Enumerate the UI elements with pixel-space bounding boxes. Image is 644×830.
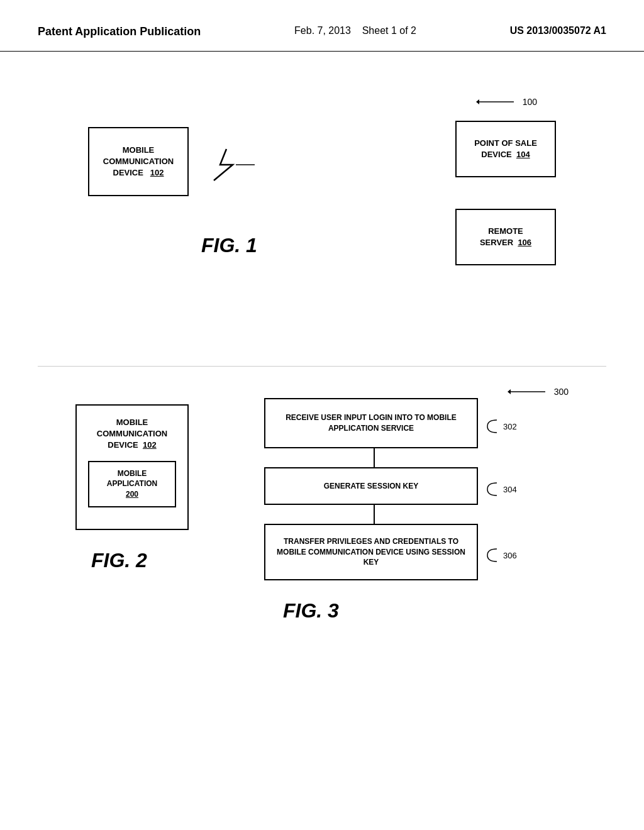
publication-label: Patent Application Publication <box>38 25 201 38</box>
step2-box: GENERATE SESSION KEY <box>264 467 478 505</box>
step1-bracket <box>484 417 503 436</box>
sheet-label: Sheet 1 of 2 <box>362 25 416 36</box>
step3-box: TRANSFER PRIVILEGES AND CREDENTIALS TO M… <box>264 524 478 580</box>
mobile-app-box: MOBILE APPLICATION 200 <box>88 461 176 507</box>
ref-100-arrow <box>476 96 520 108</box>
svg-marker-4 <box>508 389 511 394</box>
ref-300-arrow <box>508 385 552 398</box>
ref-100-label: 100 <box>476 96 537 108</box>
step1-box: RECEIVE USER INPUT LOGIN INTO TO MOBILE … <box>264 398 478 448</box>
patent-number-label: US 2013/0035072 A1 <box>510 25 606 36</box>
fig1-section: 100 MOBILE COMMUNICATION DEVICE 102 <box>38 70 606 341</box>
pos-device-box: POINT OF SALE DEVICE 104 <box>455 121 556 177</box>
mobile-device-box-fig2: MOBILE COMMUNICATION DEVICE 102 MOBILE A… <box>75 404 189 530</box>
fig3-label: FIG. 3 <box>283 599 339 622</box>
remote-server-box: REMOTE SERVER 106 <box>455 209 556 265</box>
section-divider <box>38 366 606 367</box>
step1-ref: 302 <box>484 417 517 436</box>
ref-100-text: 100 <box>523 97 537 107</box>
ref-300-label: 300 <box>508 385 569 398</box>
step2-ref: 304 <box>484 480 517 499</box>
step3-bracket <box>484 546 503 565</box>
date-sheet-label: Feb. 7, 2013 Sheet 1 of 2 <box>294 25 416 36</box>
step3-ref: 306 <box>484 546 517 565</box>
lightning-svg <box>208 146 258 184</box>
fig2-label: FIG. 2 <box>91 549 147 572</box>
mobile-device-box-fig1: MOBILE COMMUNICATION DEVICE 102 <box>88 127 189 196</box>
main-content: 100 MOBILE COMMUNICATION DEVICE 102 <box>0 52 644 738</box>
step2-bracket <box>484 480 503 499</box>
ref-300-text: 300 <box>554 387 569 397</box>
wireless-symbol <box>208 146 258 186</box>
fig1-label: FIG. 1 <box>201 234 257 257</box>
svg-marker-1 <box>476 99 479 104</box>
page-header: Patent Application Publication Feb. 7, 2… <box>0 0 644 52</box>
date-label: Feb. 7, 2013 <box>294 25 351 36</box>
fig23-section: 300 MOBILE COMMUNICATION DEVICE 102 MOBI… <box>38 385 606 719</box>
